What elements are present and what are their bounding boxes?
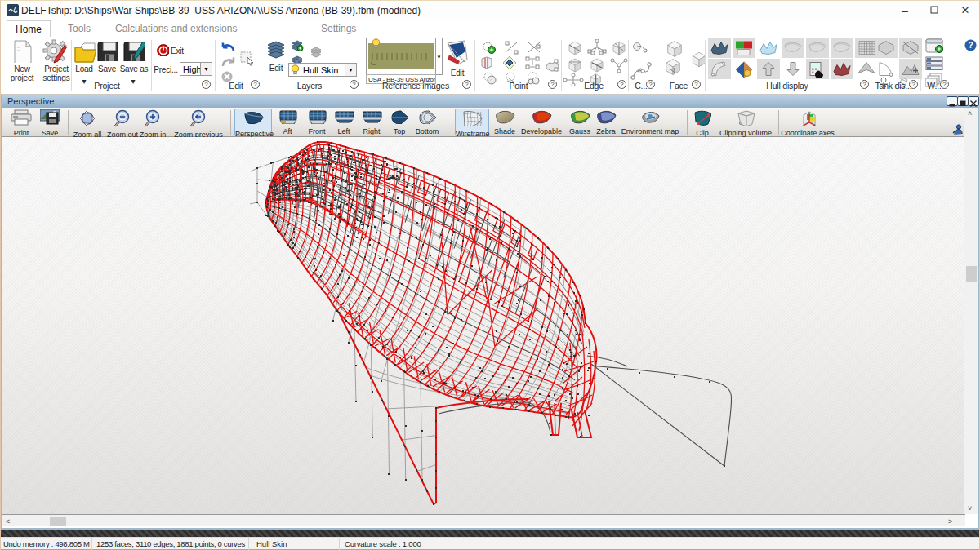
svg-text:?: ? (968, 41, 973, 50)
